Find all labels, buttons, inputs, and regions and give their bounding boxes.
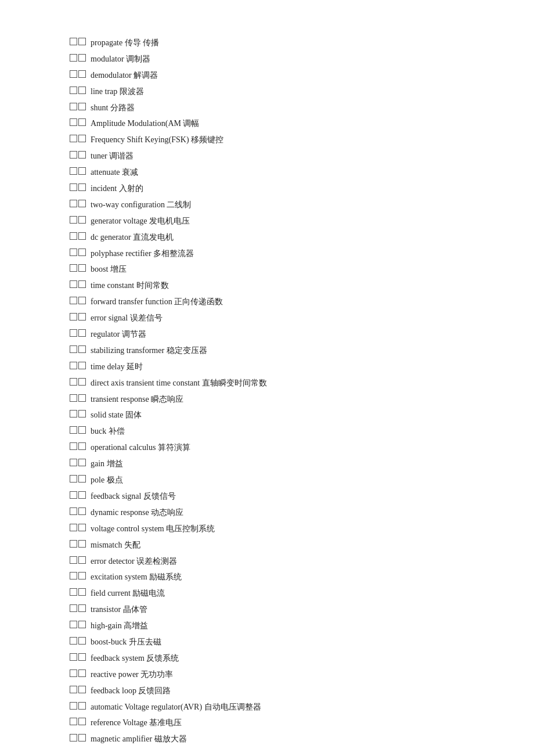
- checkbox-2[interactable]: [78, 329, 86, 337]
- checkbox-1[interactable]: [70, 588, 77, 596]
- checkbox-2[interactable]: [78, 280, 86, 288]
- checkbox-pair[interactable]: [70, 718, 86, 725]
- checkbox-pair[interactable]: [70, 491, 86, 499]
- checkbox-pair[interactable]: [70, 87, 86, 94]
- checkbox-2[interactable]: [78, 297, 86, 304]
- checkbox-2[interactable]: [78, 264, 86, 272]
- checkbox-1[interactable]: [70, 621, 77, 628]
- checkbox-pair[interactable]: [70, 118, 86, 126]
- checkbox-2[interactable]: [78, 734, 86, 741]
- checkbox-2[interactable]: [78, 200, 86, 207]
- checkbox-2[interactable]: [78, 378, 86, 386]
- checkbox-1[interactable]: [70, 540, 77, 548]
- checkbox-2[interactable]: [78, 572, 86, 579]
- checkbox-2[interactable]: [78, 702, 86, 710]
- checkbox-1[interactable]: [70, 70, 77, 78]
- checkbox-pair[interactable]: [70, 135, 86, 142]
- checkbox-2[interactable]: [78, 442, 86, 450]
- checkbox-pair[interactable]: [70, 507, 86, 515]
- checkbox-pair[interactable]: [70, 329, 86, 337]
- checkbox-1[interactable]: [70, 103, 77, 110]
- checkbox-1[interactable]: [70, 524, 77, 531]
- checkbox-1[interactable]: [70, 87, 77, 94]
- checkbox-1[interactable]: [70, 702, 77, 710]
- checkbox-1[interactable]: [70, 167, 77, 175]
- checkbox-1[interactable]: [70, 604, 77, 612]
- checkbox-1[interactable]: [70, 686, 77, 693]
- checkbox-pair[interactable]: [70, 540, 86, 548]
- checkbox-2[interactable]: [78, 491, 86, 499]
- checkbox-pair[interactable]: [70, 200, 86, 207]
- checkbox-pair[interactable]: [70, 556, 86, 564]
- checkbox-1[interactable]: [70, 507, 77, 515]
- checkbox-2[interactable]: [78, 118, 86, 126]
- checkbox-1[interactable]: [70, 345, 77, 353]
- checkbox-pair[interactable]: [70, 686, 86, 693]
- checkbox-1[interactable]: [70, 410, 77, 417]
- checkbox-pair[interactable]: [70, 394, 86, 402]
- checkbox-2[interactable]: [78, 410, 86, 417]
- checkbox-1[interactable]: [70, 572, 77, 579]
- checkbox-2[interactable]: [78, 167, 86, 175]
- checkbox-pair[interactable]: [70, 151, 86, 159]
- checkbox-1[interactable]: [70, 38, 77, 45]
- checkbox-1[interactable]: [70, 280, 77, 288]
- checkbox-pair[interactable]: [70, 669, 86, 677]
- checkbox-2[interactable]: [78, 54, 86, 62]
- checkbox-pair[interactable]: [70, 702, 86, 710]
- checkbox-2[interactable]: [78, 87, 86, 94]
- checkbox-pair[interactable]: [70, 572, 86, 579]
- checkbox-1[interactable]: [70, 151, 77, 159]
- checkbox-1[interactable]: [70, 313, 77, 321]
- checkbox-pair[interactable]: [70, 637, 86, 645]
- checkbox-2[interactable]: [78, 70, 86, 78]
- checkbox-1[interactable]: [70, 491, 77, 499]
- checkbox-pair[interactable]: [70, 362, 86, 369]
- checkbox-2[interactable]: [78, 103, 86, 110]
- checkbox-1[interactable]: [70, 362, 77, 369]
- checkbox-2[interactable]: [78, 394, 86, 402]
- checkbox-2[interactable]: [78, 637, 86, 645]
- checkbox-1[interactable]: [70, 653, 77, 661]
- checkbox-1[interactable]: [70, 118, 77, 126]
- checkbox-pair[interactable]: [70, 313, 86, 321]
- checkbox-2[interactable]: [78, 475, 86, 483]
- checkbox-2[interactable]: [78, 38, 86, 45]
- checkbox-2[interactable]: [78, 556, 86, 564]
- checkbox-2[interactable]: [78, 426, 86, 434]
- checkbox-pair[interactable]: [70, 410, 86, 417]
- checkbox-pair[interactable]: [70, 378, 86, 386]
- checkbox-pair[interactable]: [70, 345, 86, 353]
- checkbox-pair[interactable]: [70, 167, 86, 175]
- checkbox-1[interactable]: [70, 297, 77, 304]
- checkbox-1[interactable]: [70, 135, 77, 142]
- checkbox-2[interactable]: [78, 653, 86, 661]
- checkbox-pair[interactable]: [70, 426, 86, 434]
- checkbox-2[interactable]: [78, 232, 86, 240]
- checkbox-1[interactable]: [70, 718, 77, 725]
- checkbox-2[interactable]: [78, 604, 86, 612]
- checkbox-pair[interactable]: [70, 734, 86, 741]
- checkbox-pair[interactable]: [70, 442, 86, 450]
- checkbox-pair[interactable]: [70, 621, 86, 628]
- checkbox-pair[interactable]: [70, 264, 86, 272]
- checkbox-pair[interactable]: [70, 475, 86, 483]
- checkbox-1[interactable]: [70, 669, 77, 677]
- checkbox-2[interactable]: [78, 313, 86, 321]
- checkbox-1[interactable]: [70, 232, 77, 240]
- checkbox-pair[interactable]: [70, 183, 86, 191]
- checkbox-pair[interactable]: [70, 216, 86, 224]
- checkbox-1[interactable]: [70, 637, 77, 645]
- checkbox-1[interactable]: [70, 459, 77, 466]
- checkbox-1[interactable]: [70, 249, 77, 256]
- checkbox-pair[interactable]: [70, 459, 86, 466]
- checkbox-1[interactable]: [70, 378, 77, 386]
- checkbox-pair[interactable]: [70, 604, 86, 612]
- checkbox-pair[interactable]: [70, 54, 86, 62]
- checkbox-2[interactable]: [78, 345, 86, 353]
- checkbox-2[interactable]: [78, 686, 86, 693]
- checkbox-pair[interactable]: [70, 70, 86, 78]
- checkbox-2[interactable]: [78, 669, 86, 677]
- checkbox-pair[interactable]: [70, 103, 86, 110]
- checkbox-1[interactable]: [70, 556, 77, 564]
